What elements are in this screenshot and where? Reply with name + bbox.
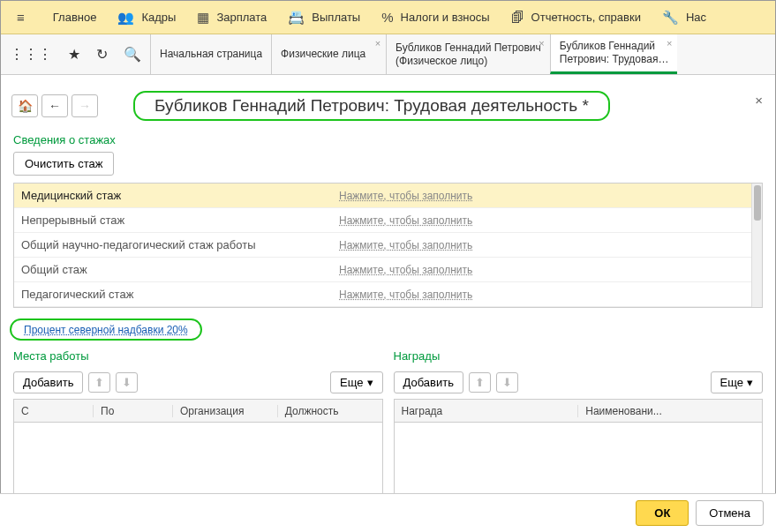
menu-salary[interactable]: ▦Зарплата xyxy=(186,1,277,34)
people-icon: 👥 xyxy=(117,10,134,26)
back-button[interactable]: ← xyxy=(41,94,68,117)
menu-salary-label: Зарплата xyxy=(216,11,267,24)
menu-hr[interactable]: 👥Кадры xyxy=(107,1,186,34)
menu-taxes[interactable]: %Налоги и взносы xyxy=(371,1,500,34)
col-award[interactable]: Награда xyxy=(395,405,579,417)
col-to[interactable]: По xyxy=(94,405,173,417)
search-icon[interactable]: 🔍 xyxy=(120,42,145,66)
more-label: Еще xyxy=(720,376,743,389)
page-title: Бубликов Геннадий Петрович: Трудовая дея… xyxy=(154,96,589,115)
seniority-fill-link[interactable]: Нажмите, чтобы заполнить xyxy=(332,288,762,301)
close-page-button[interactable]: × xyxy=(755,93,763,108)
page-title-highlight: Бубликов Геннадий Петрович: Трудовая дея… xyxy=(133,91,610,121)
seniority-row[interactable]: Непрерывный стаж Нажмите, чтобы заполнит… xyxy=(14,208,762,233)
chevron-down-icon: ▾ xyxy=(367,376,373,389)
tab-sublabel: Петрович: Трудовая… xyxy=(560,53,669,66)
workplaces-column: Места работы Добавить ⬆ ⬇ Еще ▾ С По Орг… xyxy=(13,346,383,506)
move-down-button[interactable]: ⬇ xyxy=(116,372,138,393)
chevron-down-icon: ▾ xyxy=(747,376,753,389)
tabs-tools: ⋮⋮⋮ ★ ↻ 🔍 xyxy=(1,34,150,74)
move-up-button[interactable]: ⬆ xyxy=(88,372,110,393)
vertical-scrollbar[interactable] xyxy=(751,184,762,307)
col-org[interactable]: Организация xyxy=(173,405,278,417)
close-icon[interactable]: × xyxy=(667,38,672,49)
seniority-fill-link[interactable]: Нажмите, чтобы заполнить xyxy=(332,239,762,251)
menu-payments-label: Выплаты xyxy=(312,11,360,24)
awards-grid[interactable]: Награда Наименовани... xyxy=(394,399,764,496)
menu-settings[interactable]: 🔧Нас xyxy=(652,1,717,34)
awards-toolbar: Добавить ⬆ ⬇ Еще ▾ xyxy=(394,371,764,393)
workplaces-label: Места работы xyxy=(13,346,383,368)
menu-hr-label: Кадры xyxy=(141,11,176,24)
tab-person-card[interactable]: Бубликов Геннадий Петрович (Физическое л… xyxy=(386,34,550,74)
tab-label: Физические лица xyxy=(281,48,377,61)
workplaces-grid[interactable]: С По Организация Должность xyxy=(13,399,383,496)
seniority-fill-link[interactable]: Нажмите, чтобы заполнить xyxy=(332,264,762,276)
wrench-icon: 🔧 xyxy=(662,10,679,26)
document-icon: 🗐 xyxy=(511,10,524,25)
grid-header: Награда Наименовани... xyxy=(395,400,763,423)
seniority-name: Педагогический стаж xyxy=(14,288,332,301)
tab-sublabel: (Физическое лицо) xyxy=(396,55,541,68)
move-up-button[interactable]: ⬆ xyxy=(469,372,491,393)
northern-allowance-wrap: Процент северной надбавки 20% xyxy=(10,318,766,341)
page-header: 🏠 ← → Бубликов Геннадий Петрович: Трудов… xyxy=(1,75,775,130)
apps-icon[interactable]: ⋮⋮⋮ xyxy=(6,42,56,66)
seniority-fill-link[interactable]: Нажмите, чтобы заполнить xyxy=(332,214,762,227)
more-button[interactable]: Еще ▾ xyxy=(330,371,382,393)
seniority-name: Общий научно-педагогический стаж работы xyxy=(14,238,332,251)
clear-seniority-button[interactable]: Очистить стаж xyxy=(13,152,114,176)
seniority-table: Медицинский стаж Нажмите, чтобы заполнит… xyxy=(13,183,763,308)
seniority-row[interactable]: Общий научно-педагогический стаж работы … xyxy=(14,233,762,258)
tab-label: Бубликов Геннадий xyxy=(560,40,669,53)
more-button[interactable]: Еще ▾ xyxy=(711,371,763,393)
seniority-row[interactable]: Общий стаж Нажмите, чтобы заполнить xyxy=(14,258,762,282)
menu-reports[interactable]: 🗐Отчетность, справки xyxy=(501,1,652,34)
awards-column: Награды Добавить ⬆ ⬇ Еще ▾ Награда Наиме… xyxy=(394,346,764,506)
move-down-button[interactable]: ⬇ xyxy=(496,372,518,393)
tab-label: Начальная страница xyxy=(160,48,262,61)
tab-start-page[interactable]: Начальная страница xyxy=(150,34,271,74)
tabs-row: ⋮⋮⋮ ★ ↻ 🔍 Начальная страница Физические … xyxy=(1,34,775,75)
northern-allowance-link[interactable]: Процент северной надбавки 20% xyxy=(24,324,188,336)
col-award-name[interactable]: Наименовани... xyxy=(578,405,762,417)
seniority-row[interactable]: Педагогический стаж Нажмите, чтобы запол… xyxy=(14,282,762,307)
menu-main-label: Главное xyxy=(53,11,97,24)
hamburger-icon: ≡ xyxy=(17,10,25,25)
seniority-fill-link[interactable]: Нажмите, чтобы заполнить xyxy=(332,190,762,202)
home-button[interactable]: 🏠 xyxy=(11,94,38,117)
close-icon[interactable]: × xyxy=(539,38,544,49)
table-icon: ▦ xyxy=(197,10,209,26)
menu-settings-label: Нас xyxy=(686,11,706,24)
seniority-name: Медицинский стаж xyxy=(14,189,332,202)
workplaces-toolbar: Добавить ⬆ ⬇ Еще ▾ xyxy=(13,371,383,393)
tab-persons[interactable]: Физические лица × xyxy=(271,34,386,74)
ok-button[interactable]: ОК xyxy=(636,500,689,526)
nav-buttons: 🏠 ← → xyxy=(11,94,98,117)
close-icon[interactable]: × xyxy=(375,38,380,49)
menu-toggle[interactable]: ≡ xyxy=(6,1,42,34)
add-workplace-button[interactable]: Добавить xyxy=(13,371,83,393)
menu-reports-label: Отчетность, справки xyxy=(531,11,641,24)
menu-taxes-label: Налоги и взносы xyxy=(401,11,490,24)
menu-payments[interactable]: 📇Выплаты xyxy=(277,1,371,34)
awards-label: Награды xyxy=(394,346,764,368)
more-label: Еще xyxy=(340,376,363,389)
star-icon[interactable]: ★ xyxy=(64,42,84,66)
seniority-row[interactable]: Медицинский стаж Нажмите, чтобы заполнит… xyxy=(14,184,762,208)
col-from[interactable]: С xyxy=(14,405,94,417)
col-position[interactable]: Должность xyxy=(278,405,382,417)
tab-label: Бубликов Геннадий Петрович xyxy=(396,41,541,55)
two-column-area: Места работы Добавить ⬆ ⬇ Еще ▾ С По Орг… xyxy=(1,346,775,506)
menu-main[interactable]: Главное xyxy=(42,1,108,34)
seniority-name: Непрерывный стаж xyxy=(14,214,332,227)
tab-work-activity[interactable]: Бубликов Геннадий Петрович: Трудовая… × xyxy=(550,34,678,74)
forward-button[interactable]: → xyxy=(72,94,98,117)
dialog-footer: ОК Отмена xyxy=(0,493,776,532)
add-award-button[interactable]: Добавить xyxy=(394,371,463,393)
percent-icon: % xyxy=(381,10,393,25)
wallet-icon: 📇 xyxy=(288,10,305,26)
cancel-button[interactable]: Отмена xyxy=(696,500,764,526)
grid-header: С По Организация Должность xyxy=(14,400,382,423)
history-icon[interactable]: ↻ xyxy=(93,42,111,66)
